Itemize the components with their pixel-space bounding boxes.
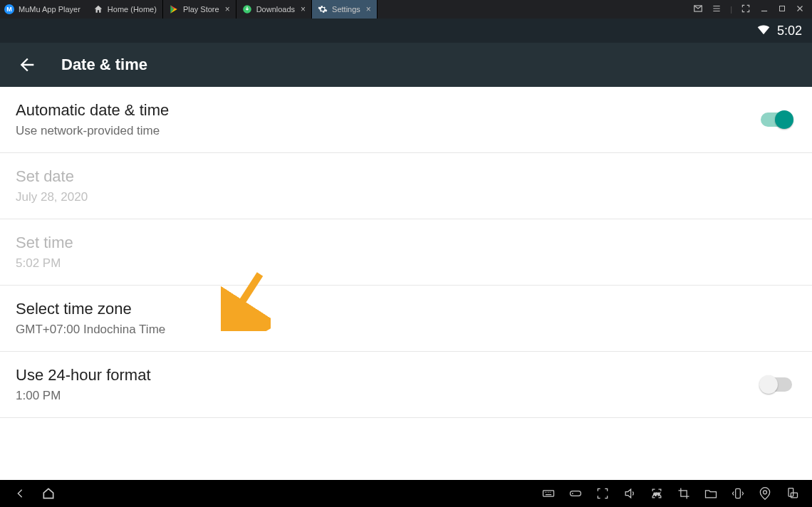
screenshot-icon[interactable] [595,486,610,501]
back-icon[interactable] [13,486,27,501]
close-icon[interactable]: × [301,4,306,14]
mumu-tabs: Home (Home) Play Store × Downloads × Set… [88,0,378,19]
setting-sub: Use network-provided time [16,124,169,138]
setting-select-timezone[interactable]: Select time zone GMT+07:00 Indochina Tim… [0,286,812,352]
downloads-icon [242,4,252,14]
setting-title: Use 24-hour format [16,366,151,385]
setting-sub: 1:00 PM [16,389,151,403]
folder-icon[interactable] [704,486,718,501]
maximize-icon[interactable] [778,4,786,14]
volume-icon[interactable] [623,486,637,501]
setting-set-time: Set time 5:02 PM [0,219,812,286]
app-header: Date & time [0,43,812,87]
toggle-auto-datetime[interactable] [761,113,792,127]
location-icon[interactable] [758,486,772,501]
fullscreen-icon[interactable] [741,4,751,15]
svg-rect-4 [571,491,581,496]
svg-point-7 [764,491,767,494]
mumu-logo-icon: M [4,4,14,14]
setting-set-date: Set date July 28, 2020 [0,153,812,219]
setting-sub: July 28, 2020 [16,190,88,204]
page-title: Date & time [61,56,147,74]
minimize-icon[interactable] [759,4,769,15]
tab-label: Settings [332,5,360,14]
svg-rect-9 [791,493,797,498]
shake-icon[interactable] [731,486,745,501]
tab-label: Downloads [256,5,295,14]
android-status-bar: 5:02 [0,19,812,43]
gear-icon [318,4,328,14]
tab-downloads[interactable]: Downloads × [236,0,312,19]
tab-play-store[interactable]: Play Store × [163,0,236,19]
setting-sub: 5:02 PM [16,256,73,271]
android-nav-bar: APK [0,480,812,507]
keyboard-icon[interactable] [541,486,556,501]
settings-list: Automatic date & time Use network-provid… [0,87,812,480]
back-arrow-icon[interactable] [17,55,37,75]
window-controls: | [693,4,812,15]
svg-text:APK: APK [653,492,661,496]
tab-label: Play Store [183,5,219,14]
menu-icon[interactable] [712,4,722,15]
close-icon[interactable]: × [225,4,230,14]
mumu-logo: M MuMu App Player [0,0,88,19]
setting-title: Set time [16,234,73,252]
setting-auto-datetime[interactable]: Automatic date & time Use network-provid… [0,87,812,153]
tab-settings[interactable]: Settings × [312,0,378,19]
setting-title: Set date [16,167,88,186]
toggle-24-hour[interactable] [761,377,792,392]
setting-title: Automatic date & time [16,101,169,120]
play-store-icon [169,4,179,14]
rotate-icon[interactable] [785,486,799,501]
wifi-icon [756,21,771,40]
setting-title: Select time zone [16,300,165,318]
mumu-title-bar: M MuMu App Player Home (Home) Play Store… [0,0,812,19]
tab-label: Home (Home) [108,5,157,14]
svg-rect-6 [736,488,741,498]
svg-rect-3 [543,491,554,496]
gamepad-icon[interactable] [568,486,583,501]
mumu-app-name: MuMu App Player [19,5,80,14]
apk-icon[interactable]: APK [650,486,664,501]
status-time: 5:02 [777,23,802,38]
mail-icon[interactable] [693,4,703,15]
home-icon [93,4,103,14]
crop-icon[interactable] [677,486,691,501]
tab-home[interactable]: Home (Home) [88,0,163,19]
close-window-icon[interactable] [795,4,805,15]
svg-rect-2 [780,6,785,11]
home-icon[interactable] [41,486,56,501]
setting-sub: GMT+07:00 Indochina Time [16,323,165,337]
setting-24-hour-format[interactable]: Use 24-hour format 1:00 PM [0,352,812,418]
close-icon[interactable]: × [366,4,371,14]
